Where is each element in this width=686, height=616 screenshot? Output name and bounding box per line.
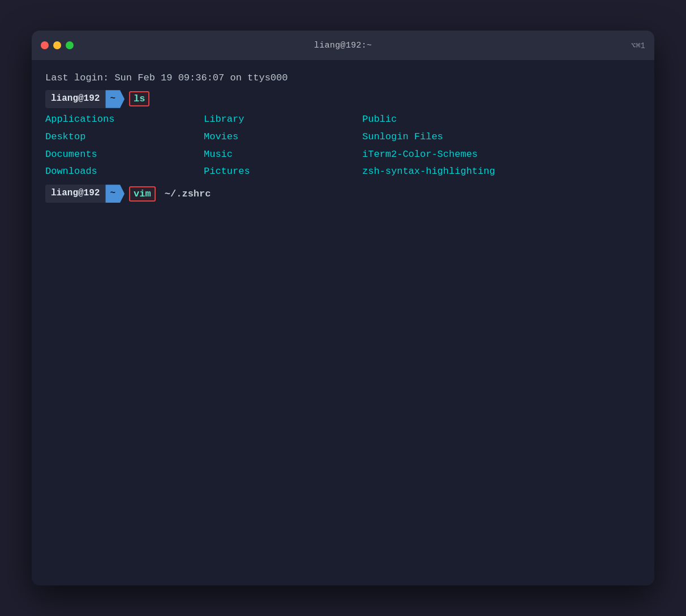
ls-column-1: Applications Desktop Documents Downloads <box>45 112 204 181</box>
maximize-button[interactable] <box>66 41 74 49</box>
close-button[interactable] <box>41 41 49 49</box>
ls-item-desktop: Desktop <box>45 129 204 146</box>
terminal-body[interactable]: Last login: Sun Feb 19 09:36:07 on ttys0… <box>32 60 654 585</box>
prompt2-command: vim ~/.zshrc <box>129 186 211 202</box>
prompt2-user: liang@192 <box>45 185 105 203</box>
ls-command-highlight: ls <box>129 91 149 106</box>
window-title: liang@192:~ <box>314 41 372 50</box>
prompt2-tilde: ~ <box>105 185 125 203</box>
ls-item-pictures: Pictures <box>204 164 362 180</box>
traffic-lights <box>41 41 74 49</box>
prompt1-user: liang@192 <box>45 90 105 108</box>
shortcut-hint: ⌥⌘1 <box>631 41 645 50</box>
ls-column-2: Library Movies Music Pictures <box>204 112 362 181</box>
ls-item-downloads: Downloads <box>45 164 204 180</box>
ls-output: Applications Desktop Documents Downloads… <box>45 112 641 181</box>
ls-item-library: Library <box>204 112 362 128</box>
ls-column-3: Public Sunlogin Files iTerm2-Color-Schem… <box>362 112 641 181</box>
ls-item-applications: Applications <box>45 112 204 128</box>
ls-item-sunlogin: Sunlogin Files <box>362 129 641 146</box>
prompt-line-2: liang@192 ~ vim ~/.zshrc <box>45 185 641 203</box>
prompt1-tilde: ~ <box>105 90 125 108</box>
ls-item-music: Music <box>204 147 362 163</box>
vim-args: ~/.zshrc <box>165 189 211 199</box>
prompt1-command: ls <box>129 91 149 106</box>
ls-item-documents: Documents <box>45 147 204 163</box>
minimize-button[interactable] <box>53 41 61 49</box>
ls-item-public: Public <box>362 112 641 128</box>
ls-item-zsh-syntax: zsh-syntax-highlighting <box>362 164 641 180</box>
login-line: Last login: Sun Feb 19 09:36:07 on ttys0… <box>45 70 641 85</box>
ls-item-iterm2: iTerm2-Color-Schemes <box>362 147 641 163</box>
prompt-line-1: liang@192 ~ ls <box>45 90 641 108</box>
ls-item-movies: Movies <box>204 129 362 146</box>
terminal-window: liang@192:~ ⌥⌘1 Last login: Sun Feb 19 0… <box>32 31 654 585</box>
vim-command-highlight: vim <box>129 186 156 202</box>
titlebar: liang@192:~ ⌥⌘1 <box>32 31 654 60</box>
